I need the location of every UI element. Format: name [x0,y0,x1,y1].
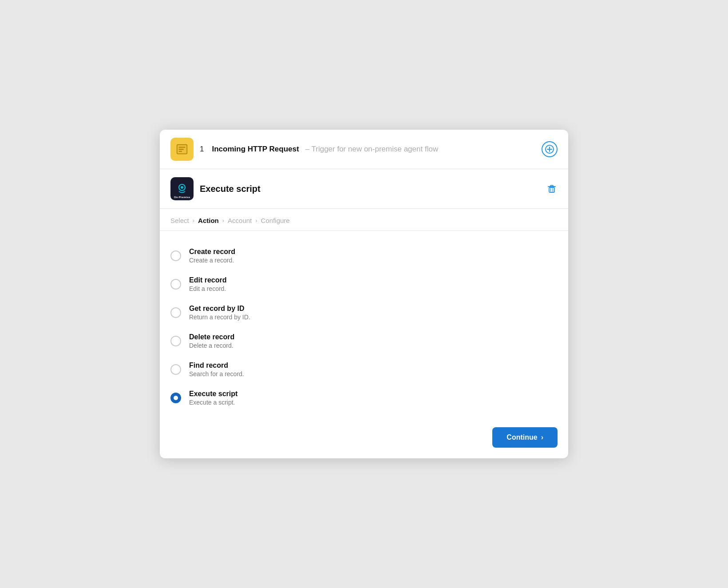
action-desc-edit-record: Edit a record. [189,285,226,292]
header-top: 1 Incoming HTTP Request – Trigger for ne… [160,130,568,169]
radio-delete-record[interactable] [170,336,181,346]
svg-rect-10 [549,187,554,192]
actions-list: Create recordCreate a record.Edit record… [160,231,568,419]
action-title-execute-script: Execute script [189,390,237,398]
continue-button[interactable]: Continue › [492,427,558,448]
radio-execute-script[interactable] [170,393,181,403]
svg-rect-2 [179,147,186,147]
action-desc-create-record: Create a record. [189,257,235,264]
action-text-create-record: Create recordCreate a record. [189,248,235,264]
header-second: On-Premise Execute script [160,169,568,209]
delete-button[interactable] [546,183,558,195]
breadcrumb-account[interactable]: Account [228,217,252,224]
action-text-delete-record: Delete recordDelete a record. [189,333,234,349]
radio-edit-record[interactable] [170,279,181,290]
action-desc-find-record: Search for a record. [189,370,244,377]
continue-chevron-icon: › [541,433,543,441]
action-desc-execute-script: Execute a script. [189,399,237,406]
chevron-icon-2: › [222,217,224,224]
action-item-execute-script[interactable]: Execute scriptExecute a script. [170,384,558,412]
http-trigger-icon [170,138,194,161]
action-title-edit-record: Edit record [189,276,226,284]
execute-script-title: Execute script [200,184,261,194]
add-step-button[interactable] [542,141,558,157]
action-desc-get-record-by-id: Return a record by ID. [189,314,250,321]
trigger-title: Incoming HTTP Request [212,145,299,154]
action-title-delete-record: Delete record [189,333,234,341]
radio-create-record[interactable] [170,250,181,261]
on-premise-label: On-Premise [174,196,190,199]
chevron-icon-3: › [255,217,257,224]
breadcrumb-configure[interactable]: Configure [261,217,290,224]
radio-inner-execute-script [174,396,178,400]
breadcrumb-select[interactable]: Select [170,217,189,224]
action-item-create-record[interactable]: Create recordCreate a record. [170,242,558,270]
action-title-create-record: Create record [189,248,235,256]
action-title-get-record-by-id: Get record by ID [189,305,250,313]
svg-point-9 [181,186,183,189]
continue-label: Continue [506,433,537,441]
svg-rect-4 [179,151,182,152]
action-item-edit-record[interactable]: Edit recordEdit a record. [170,270,558,298]
radio-get-record-by-id[interactable] [170,307,181,318]
action-desc-delete-record: Delete a record. [189,342,234,349]
action-text-execute-script: Execute scriptExecute a script. [189,390,237,406]
on-premise-icon: On-Premise [170,177,194,200]
footer: Continue › [160,419,568,458]
action-text-get-record-by-id: Get record by IDReturn a record by ID. [189,305,250,321]
radio-find-record[interactable] [170,364,181,375]
action-item-delete-record[interactable]: Delete recordDelete a record. [170,327,558,355]
action-text-edit-record: Edit recordEdit a record. [189,276,226,292]
svg-rect-3 [179,149,184,150]
step-number: 1 [200,145,204,154]
breadcrumb: Select › Action › Account › Configure [160,209,568,231]
modal-container: 1 Incoming HTTP Request – Trigger for ne… [160,130,568,458]
chevron-icon-1: › [193,217,194,224]
trigger-subtitle: – Trigger for new on-premise agent flow [305,145,439,154]
action-item-get-record-by-id[interactable]: Get record by IDReturn a record by ID. [170,298,558,327]
action-item-find-record[interactable]: Find recordSearch for a record. [170,355,558,384]
action-text-find-record: Find recordSearch for a record. [189,362,244,377]
action-title-find-record: Find record [189,362,244,369]
breadcrumb-action[interactable]: Action [198,217,219,224]
